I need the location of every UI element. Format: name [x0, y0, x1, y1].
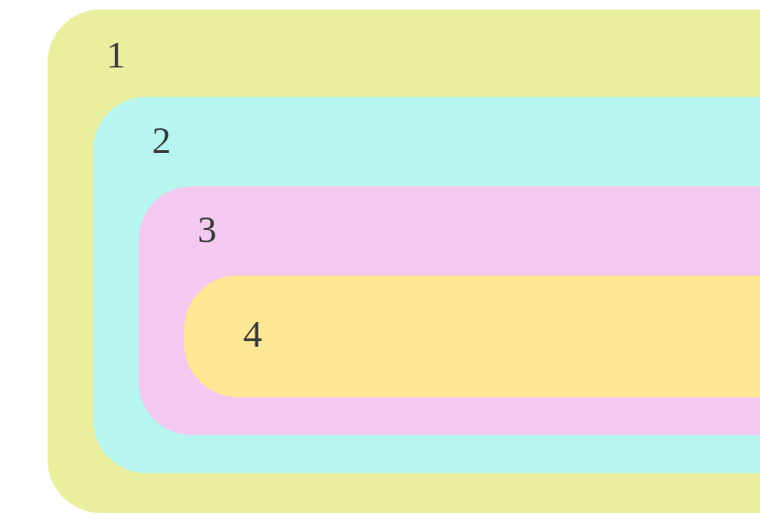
layer-2-label: 2	[152, 122, 171, 160]
layer-1-label: 1	[106, 36, 125, 74]
layer-4-label: 4	[243, 315, 262, 353]
nested-layers-diagram: 1 2 3 4	[48, 10, 712, 513]
layer-3-label: 3	[198, 211, 217, 249]
layer-4: 4	[184, 276, 760, 397]
